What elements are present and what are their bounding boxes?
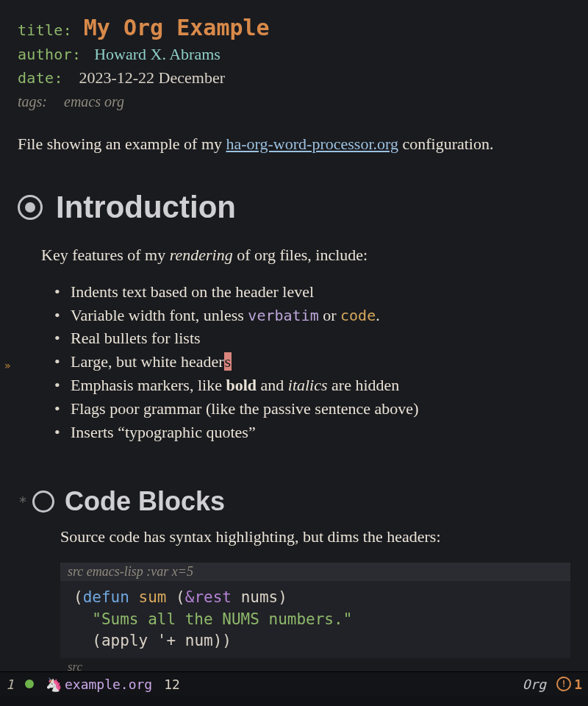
features-list: Indents text based on the header level V… — [54, 281, 570, 444]
window-number: 1 — [6, 677, 18, 692]
title-line[interactable]: title: My Org Example — [18, 15, 570, 40]
section-code-blocks: Source code has syntax highlighting, but… — [60, 527, 570, 675]
cursor: s — [224, 352, 232, 371]
modeline[interactable]: 1 🦄 example.org 12 Org !1 — [0, 671, 588, 696]
heading-1-title: Introduction — [56, 190, 236, 225]
code-block[interactable]: (defun sum (&rest nums) "Sums all the NU… — [60, 581, 570, 657]
author-line[interactable]: author: Howard X. Abrams — [18, 45, 570, 64]
tags-line[interactable]: tags: emacs org — [18, 93, 570, 110]
list-item[interactable]: Real bullets for lists — [54, 327, 570, 350]
title-keyword: title — [18, 21, 63, 39]
verbatim-text: verbatim — [248, 307, 318, 324]
modified-indicator-icon — [25, 680, 34, 688]
author-value: Howard X. Abrams — [94, 45, 220, 63]
buffer-name[interactable]: example.org — [65, 677, 152, 692]
code-text: code — [340, 307, 376, 324]
title-value: My Org Example — [84, 15, 270, 40]
major-mode[interactable]: Org — [523, 677, 547, 692]
buffer-content[interactable]: title: My Org Example author: Howard X. … — [0, 0, 588, 676]
heading-2-title: Code Blocks — [65, 486, 225, 517]
list-item[interactable]: Large, but white headers — [54, 351, 570, 374]
line-number: 12 — [164, 677, 180, 692]
mode-icon: 🦄 — [46, 677, 62, 692]
heading-2-row[interactable]: * Code Blocks — [18, 486, 570, 517]
fringe-marker-icon: » — [4, 360, 10, 371]
list-item[interactable]: Indents text based on the header level — [54, 281, 570, 304]
tags-value: emacs org — [64, 93, 124, 110]
list-item[interactable]: Variable width font, unless verbatim or … — [54, 304, 570, 327]
src-begin-line[interactable]: src emacs-lisp :var x=5 — [60, 563, 570, 581]
list-item[interactable]: Emphasis markers, like bold and italics … — [54, 374, 570, 397]
heading-1-row[interactable]: Introduction — [18, 190, 570, 225]
features-lead[interactable]: Key features of my rendering of org file… — [41, 246, 570, 265]
date-value: 2023-12-22 December — [79, 68, 225, 87]
date-line[interactable]: date: 2023-12-22 December — [18, 68, 570, 88]
heading-bullet-icon — [32, 491, 54, 513]
code-section-para[interactable]: Source code has syntax highlighting, but… — [60, 527, 570, 546]
intro-post: configuration. — [398, 135, 494, 153]
heading-bullet-icon — [18, 195, 43, 220]
list-item[interactable]: Flags poor grammar (like the passive sen… — [54, 398, 570, 421]
left-gutter: » — [0, 0, 15, 706]
warning-icon: ! — [556, 677, 571, 691]
flycheck-warning[interactable]: !1 — [556, 677, 582, 692]
date-keyword: date — [18, 69, 54, 87]
tags-keyword: tags: — [18, 93, 47, 110]
intro-paragraph[interactable]: File showing an example of my ha-org-wor… — [18, 132, 570, 156]
author-keyword: author — [18, 46, 72, 63]
config-link[interactable]: ha-org-word-processor.org — [226, 135, 398, 153]
heading-star: * — [18, 493, 28, 510]
list-item[interactable]: Inserts “typographic quotes” — [54, 421, 570, 444]
minibuffer[interactable] — [0, 696, 588, 706]
section-introduction: Key features of my rendering of org file… — [41, 246, 570, 444]
editor-frame: » title: My Org Example author: Howard X… — [0, 0, 588, 706]
intro-pre: File showing an example of my — [18, 135, 226, 153]
